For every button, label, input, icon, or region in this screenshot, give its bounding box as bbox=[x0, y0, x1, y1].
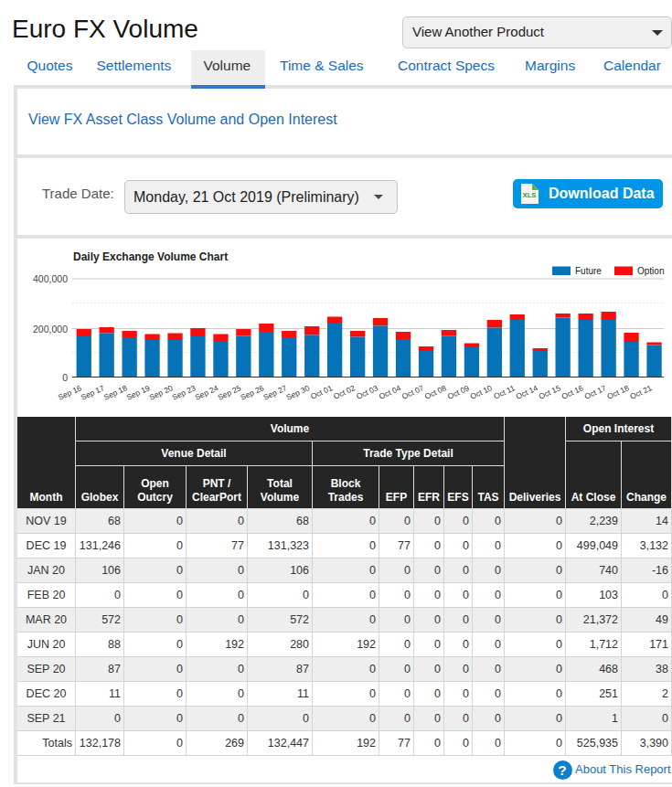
svg-text:Sep 17: Sep 17 bbox=[80, 383, 106, 402]
svg-text:Oct 14: Oct 14 bbox=[515, 383, 539, 401]
svg-text:Oct 01: Oct 01 bbox=[309, 383, 334, 401]
svg-text:Sep 19: Sep 19 bbox=[125, 383, 152, 402]
svg-text:Oct 21: Oct 21 bbox=[628, 383, 653, 401]
svg-text:Sep 30: Sep 30 bbox=[284, 383, 311, 402]
svg-text:Future: Future bbox=[575, 266, 602, 276]
svg-text:Sep 24: Sep 24 bbox=[194, 383, 220, 402]
svg-text:Sep 16: Sep 16 bbox=[57, 383, 83, 402]
svg-text:400,000: 400,000 bbox=[33, 273, 68, 284]
svg-text:Oct 03: Oct 03 bbox=[355, 383, 379, 401]
svg-text:Oct 17: Oct 17 bbox=[583, 383, 608, 401]
svg-text:Sep 23: Sep 23 bbox=[171, 383, 197, 402]
svg-text:200,000: 200,000 bbox=[33, 324, 68, 335]
svg-text:0: 0 bbox=[62, 372, 68, 383]
svg-text:Sep 25: Sep 25 bbox=[217, 383, 243, 402]
svg-text:Sep 20: Sep 20 bbox=[148, 383, 175, 402]
svg-text:Sep 27: Sep 27 bbox=[261, 383, 288, 402]
svg-text:Oct 07: Oct 07 bbox=[400, 383, 425, 401]
svg-text:XLS: XLS bbox=[523, 191, 537, 199]
svg-text:Oct 08: Oct 08 bbox=[423, 383, 448, 401]
svg-text:Oct 02: Oct 02 bbox=[332, 383, 357, 401]
svg-text:Oct 18: Oct 18 bbox=[605, 383, 630, 401]
svg-text:Oct 10: Oct 10 bbox=[469, 383, 494, 401]
svg-text:Oct 09: Oct 09 bbox=[446, 383, 471, 401]
svg-text:Oct 11: Oct 11 bbox=[492, 383, 517, 400]
svg-text:Option: Option bbox=[637, 266, 664, 276]
svg-text:Oct 16: Oct 16 bbox=[560, 383, 585, 401]
svg-text:Oct 04: Oct 04 bbox=[378, 383, 402, 401]
svg-text:Oct 15: Oct 15 bbox=[538, 383, 562, 401]
svg-text:Daily Exchange Volume Chart: Daily Exchange Volume Chart bbox=[73, 250, 228, 263]
svg-text:Sep 18: Sep 18 bbox=[102, 383, 129, 402]
svg-text:Sep 26: Sep 26 bbox=[239, 383, 265, 402]
